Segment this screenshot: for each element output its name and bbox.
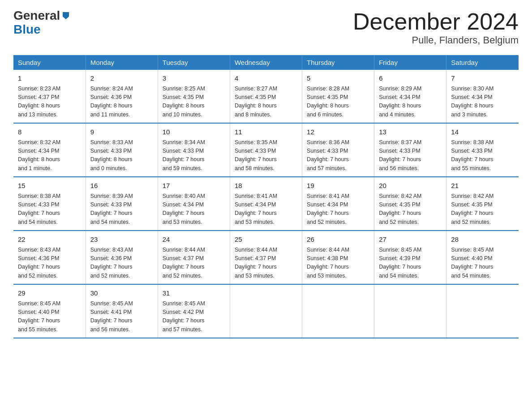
- calendar-cell: 21Sunrise: 8:42 AM Sunset: 4:35 PM Dayli…: [446, 177, 519, 231]
- calendar-cell: 17Sunrise: 8:40 AM Sunset: 4:34 PM Dayli…: [158, 177, 230, 231]
- day-number: 1: [18, 73, 81, 84]
- calendar-cell: 12Sunrise: 8:36 AM Sunset: 4:33 PM Dayli…: [302, 123, 374, 177]
- day-number: 15: [18, 181, 81, 191]
- day-number: 24: [163, 235, 225, 245]
- day-info: Sunrise: 8:45 AM Sunset: 4:39 PM Dayligh…: [379, 246, 442, 281]
- calendar-cell: 16Sunrise: 8:39 AM Sunset: 4:33 PM Dayli…: [86, 177, 158, 231]
- day-info: Sunrise: 8:42 AM Sunset: 4:35 PM Dayligh…: [379, 192, 442, 227]
- day-number: 26: [307, 235, 369, 245]
- day-info: Sunrise: 8:44 AM Sunset: 4:37 PM Dayligh…: [163, 246, 225, 281]
- calendar-week-4: 22Sunrise: 8:43 AM Sunset: 4:36 PM Dayli…: [13, 231, 519, 284]
- calendar-cell: 23Sunrise: 8:43 AM Sunset: 4:36 PM Dayli…: [86, 231, 158, 284]
- calendar-cell: 30Sunrise: 8:45 AM Sunset: 4:41 PM Dayli…: [86, 284, 158, 338]
- day-info: Sunrise: 8:39 AM Sunset: 4:33 PM Dayligh…: [90, 192, 153, 227]
- calendar-cell: 4Sunrise: 8:27 AM Sunset: 4:35 PM Daylig…: [230, 70, 302, 123]
- calendar-cell: 3Sunrise: 8:25 AM Sunset: 4:35 PM Daylig…: [158, 70, 230, 123]
- logo-arrow-icon: [61, 10, 71, 22]
- calendar-cell: 13Sunrise: 8:37 AM Sunset: 4:33 PM Dayli…: [374, 123, 446, 177]
- day-info: Sunrise: 8:23 AM Sunset: 4:37 PM Dayligh…: [18, 85, 81, 120]
- day-info: Sunrise: 8:32 AM Sunset: 4:34 PM Dayligh…: [18, 138, 81, 173]
- calendar-cell: 20Sunrise: 8:42 AM Sunset: 4:35 PM Dayli…: [374, 177, 446, 231]
- logo-blue-text: Blue: [13, 22, 41, 36]
- calendar-cell: [446, 284, 519, 338]
- day-info: Sunrise: 8:35 AM Sunset: 4:33 PM Dayligh…: [235, 138, 297, 173]
- calendar-subtitle: Pulle, Flanders, Belgium: [353, 34, 519, 46]
- calendar-week-1: 1Sunrise: 8:23 AM Sunset: 4:37 PM Daylig…: [13, 70, 519, 123]
- day-info: Sunrise: 8:34 AM Sunset: 4:33 PM Dayligh…: [163, 138, 225, 173]
- calendar-header-row: SundayMondayTuesdayWednesdayThursdayFrid…: [13, 55, 519, 70]
- logo: General Blue: [13, 9, 71, 37]
- day-number: 10: [163, 127, 225, 137]
- calendar-cell: 7Sunrise: 8:30 AM Sunset: 4:34 PM Daylig…: [446, 70, 519, 123]
- column-header-friday: Friday: [374, 55, 446, 70]
- day-number: 22: [18, 235, 81, 245]
- day-info: Sunrise: 8:41 AM Sunset: 4:34 PM Dayligh…: [235, 192, 297, 227]
- day-number: 14: [451, 127, 514, 137]
- title-block: December 2024 Pulle, Flanders, Belgium: [353, 9, 519, 46]
- calendar-cell: 6Sunrise: 8:29 AM Sunset: 4:34 PM Daylig…: [374, 70, 446, 123]
- calendar-cell: 8Sunrise: 8:32 AM Sunset: 4:34 PM Daylig…: [13, 123, 86, 177]
- day-info: Sunrise: 8:30 AM Sunset: 4:34 PM Dayligh…: [451, 85, 514, 120]
- calendar-cell: 19Sunrise: 8:41 AM Sunset: 4:34 PM Dayli…: [302, 177, 374, 231]
- day-info: Sunrise: 8:24 AM Sunset: 4:36 PM Dayligh…: [90, 85, 153, 120]
- day-number: 29: [18, 288, 81, 299]
- day-number: 5: [307, 73, 369, 84]
- day-info: Sunrise: 8:43 AM Sunset: 4:36 PM Dayligh…: [18, 246, 81, 281]
- day-info: Sunrise: 8:45 AM Sunset: 4:40 PM Dayligh…: [451, 246, 514, 281]
- day-info: Sunrise: 8:25 AM Sunset: 4:35 PM Dayligh…: [163, 85, 225, 120]
- calendar-cell: 31Sunrise: 8:45 AM Sunset: 4:42 PM Dayli…: [158, 284, 230, 338]
- day-info: Sunrise: 8:28 AM Sunset: 4:35 PM Dayligh…: [307, 85, 369, 120]
- page-header: General Blue December 2024 Pulle, Flande…: [13, 9, 519, 46]
- day-number: 30: [90, 288, 153, 299]
- day-number: 31: [163, 288, 225, 299]
- day-info: Sunrise: 8:45 AM Sunset: 4:41 PM Dayligh…: [90, 300, 153, 334]
- calendar-cell: [230, 284, 302, 338]
- day-number: 19: [307, 181, 369, 191]
- day-info: Sunrise: 8:27 AM Sunset: 4:35 PM Dayligh…: [235, 85, 297, 120]
- calendar-cell: 11Sunrise: 8:35 AM Sunset: 4:33 PM Dayli…: [230, 123, 302, 177]
- calendar-cell: 5Sunrise: 8:28 AM Sunset: 4:35 PM Daylig…: [302, 70, 374, 123]
- day-info: Sunrise: 8:42 AM Sunset: 4:35 PM Dayligh…: [451, 192, 514, 227]
- day-info: Sunrise: 8:44 AM Sunset: 4:37 PM Dayligh…: [235, 246, 297, 281]
- day-number: 28: [451, 235, 514, 245]
- calendar-cell: 22Sunrise: 8:43 AM Sunset: 4:36 PM Dayli…: [13, 231, 86, 284]
- day-info: Sunrise: 8:29 AM Sunset: 4:34 PM Dayligh…: [379, 85, 442, 120]
- day-info: Sunrise: 8:43 AM Sunset: 4:36 PM Dayligh…: [90, 246, 153, 281]
- column-header-tuesday: Tuesday: [158, 55, 230, 70]
- calendar-cell: 28Sunrise: 8:45 AM Sunset: 4:40 PM Dayli…: [446, 231, 519, 284]
- day-number: 2: [90, 73, 153, 84]
- calendar-cell: [374, 284, 446, 338]
- day-number: 21: [451, 181, 514, 191]
- calendar-cell: [302, 284, 374, 338]
- column-header-sunday: Sunday: [13, 55, 86, 70]
- calendar-cell: 9Sunrise: 8:33 AM Sunset: 4:33 PM Daylig…: [86, 123, 158, 177]
- day-number: 7: [451, 73, 514, 84]
- day-number: 3: [163, 73, 225, 84]
- calendar-table: SundayMondayTuesdayWednesdayThursdayFrid…: [13, 55, 519, 338]
- column-header-monday: Monday: [86, 55, 158, 70]
- day-number: 8: [18, 127, 81, 137]
- day-number: 27: [379, 235, 442, 245]
- day-info: Sunrise: 8:37 AM Sunset: 4:33 PM Dayligh…: [379, 138, 442, 173]
- svg-marker-0: [63, 12, 69, 19]
- day-info: Sunrise: 8:45 AM Sunset: 4:42 PM Dayligh…: [163, 300, 225, 334]
- calendar-week-3: 15Sunrise: 8:38 AM Sunset: 4:33 PM Dayli…: [13, 177, 519, 231]
- day-number: 18: [235, 181, 297, 191]
- calendar-cell: 15Sunrise: 8:38 AM Sunset: 4:33 PM Dayli…: [13, 177, 86, 231]
- column-header-saturday: Saturday: [446, 55, 519, 70]
- calendar-cell: 25Sunrise: 8:44 AM Sunset: 4:37 PM Dayli…: [230, 231, 302, 284]
- day-info: Sunrise: 8:40 AM Sunset: 4:34 PM Dayligh…: [163, 192, 225, 227]
- day-info: Sunrise: 8:41 AM Sunset: 4:34 PM Dayligh…: [307, 192, 369, 227]
- day-info: Sunrise: 8:38 AM Sunset: 4:33 PM Dayligh…: [451, 138, 514, 173]
- day-number: 4: [235, 73, 297, 84]
- day-number: 16: [90, 181, 153, 191]
- calendar-cell: 1Sunrise: 8:23 AM Sunset: 4:37 PM Daylig…: [13, 70, 86, 123]
- logo-general-text: General: [13, 9, 60, 23]
- column-header-thursday: Thursday: [302, 55, 374, 70]
- calendar-cell: 10Sunrise: 8:34 AM Sunset: 4:33 PM Dayli…: [158, 123, 230, 177]
- day-number: 17: [163, 181, 225, 191]
- calendar-cell: 27Sunrise: 8:45 AM Sunset: 4:39 PM Dayli…: [374, 231, 446, 284]
- day-info: Sunrise: 8:33 AM Sunset: 4:33 PM Dayligh…: [90, 138, 153, 173]
- day-info: Sunrise: 8:38 AM Sunset: 4:33 PM Dayligh…: [18, 192, 81, 227]
- calendar-cell: 14Sunrise: 8:38 AM Sunset: 4:33 PM Dayli…: [446, 123, 519, 177]
